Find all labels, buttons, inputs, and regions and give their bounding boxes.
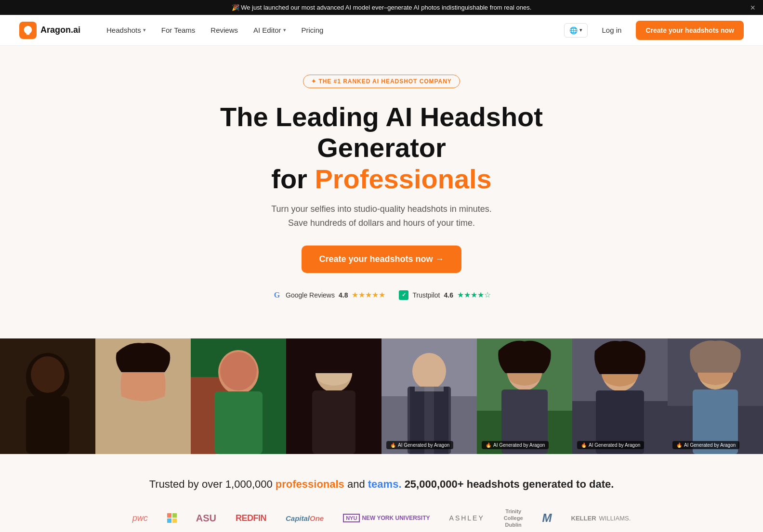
flame-icon-1: 🔥: [390, 442, 396, 448]
logo-microsoft: [167, 513, 177, 523]
photo-before-2: [95, 338, 191, 454]
google-rating: 4.8: [339, 291, 348, 299]
globe-icon: 🌐: [569, 26, 578, 34]
logo-text: Aragon.ai: [40, 25, 80, 35]
announcement-text: 🎉 We just launched our most advanced AI …: [232, 4, 532, 11]
reviews-row: G Google Reviews 4.8 ★★★★★ ✓ Trustpilot …: [10, 290, 753, 300]
person-silhouette-4: [286, 338, 382, 454]
microsoft-icon: [167, 513, 177, 523]
navigation: Aragon.ai Headshots ▾ For Teams Reviews …: [0, 15, 763, 46]
nav-reviews[interactable]: Reviews: [204, 22, 245, 38]
logo-svg: [23, 25, 33, 36]
svg-point-3: [31, 356, 65, 393]
ai-badge-2: 🔥 AI Generated by Aragon: [482, 441, 549, 449]
photo-ai-4: 🔥 AI Generated by Aragon: [668, 338, 763, 454]
photo-ai-1: 🔥 AI Generated by Aragon: [382, 338, 477, 454]
logo[interactable]: Aragon.ai: [19, 22, 80, 39]
logo-pwc: pwc: [132, 513, 148, 523]
logo-redfin: REDFIN: [236, 513, 266, 523]
trust-section: Trusted by over 1,000,000 professionals …: [0, 454, 763, 532]
photo-ai-2: 🔥 AI Generated by Aragon: [477, 338, 572, 454]
nav-ai-editor[interactable]: AI Editor ▾: [247, 22, 293, 38]
logo-ashley: ASHLEY: [449, 514, 485, 522]
flame-icon-2: 🔥: [486, 442, 491, 448]
login-button[interactable]: Log in: [595, 22, 629, 38]
trustpilot-reviews: ✓ Trustpilot 4.6 ★★★★☆: [399, 290, 491, 300]
svg-rect-20: [415, 387, 444, 391]
person-ai-1: [382, 338, 477, 454]
google-reviews: G Google Reviews 4.8 ★★★★★: [272, 290, 385, 300]
close-announcement-button[interactable]: ×: [750, 2, 755, 13]
trustpilot-stars: ★★★★☆: [457, 290, 491, 299]
logo-keller-williams: KELLERWILLIAMS.: [571, 515, 631, 522]
trust-text: Trusted by over 1,000,000 professionals …: [19, 478, 744, 491]
svg-rect-13: [312, 390, 355, 454]
nav-headshots[interactable]: Headshots ▾: [100, 22, 153, 38]
nav-right: 🌐 ▾ Log in Create your headshots now: [564, 21, 744, 40]
google-reviews-label: Google Reviews: [286, 291, 335, 299]
trustpilot-label: Trustpilot: [412, 291, 440, 299]
photo-before-1: [0, 338, 95, 454]
flame-icon-4: 🔥: [676, 442, 682, 448]
nav-links: Headshots ▾ For Teams Reviews AI Editor …: [100, 22, 564, 38]
google-stars: ★★★★★: [352, 290, 385, 299]
language-selector[interactable]: 🌐 ▾: [564, 23, 588, 38]
nav-cta-button[interactable]: Create your headshots now: [636, 21, 744, 40]
nav-for-teams[interactable]: For Teams: [155, 22, 202, 38]
svg-rect-10: [214, 391, 263, 454]
ai-badge-4: 🔥 AI Generated by Aragon: [672, 441, 739, 449]
logo-michigan: M: [542, 511, 552, 525]
chevron-globe-icon: ▾: [579, 27, 582, 33]
hero-heading: The Leading AI Headshot Generator for Pr…: [213, 102, 550, 195]
trust-logos: pwc ASU REDFIN CapitalOne NYU NEW YORK U…: [19, 508, 744, 529]
logo-icon: [19, 22, 37, 39]
photo-ai-3: 🔥 AI Generated by Aragon: [572, 338, 668, 454]
photo-strip: 🔥 AI Generated by Aragon 🔥 AI Generated …: [0, 338, 763, 454]
announcement-bar: 🎉 We just launched our most advanced AI …: [0, 0, 763, 15]
nav-pricing[interactable]: Pricing: [295, 22, 330, 38]
photo-before-4: [286, 338, 382, 454]
flame-icon-3: 🔥: [581, 442, 587, 448]
ai-badge-3: 🔥 AI Generated by Aragon: [577, 441, 644, 449]
ai-badge-1: 🔥 AI Generated by Aragon: [386, 441, 453, 449]
person-silhouette-1: [0, 338, 95, 454]
svg-point-9: [220, 352, 257, 390]
photo-before-3: [191, 338, 286, 454]
google-icon: G: [272, 290, 282, 300]
person-silhouette-2: [95, 338, 191, 454]
chevron-down-icon: ▾: [143, 27, 146, 33]
svg-rect-2: [26, 396, 69, 454]
svg-point-16: [412, 353, 446, 389]
person-ai-2: [477, 338, 572, 454]
trustpilot-icon: ✓: [399, 290, 408, 300]
logo-trinity: TrinityCollegeDublin: [504, 508, 523, 529]
trustpilot-rating: 4.6: [444, 291, 453, 299]
hero-cta-button[interactable]: Create your headshots now →: [302, 246, 461, 273]
ranking-badge: ✦ THE #1 RANKED AI HEADSHOT COMPANY: [303, 75, 460, 88]
person-ai-4: [668, 338, 763, 454]
logo-capital-one: CapitalOne: [286, 514, 324, 522]
logo-nyu: NYU NEW YORK UNIVERSITY: [343, 514, 430, 522]
person-ai-3: [572, 338, 668, 454]
hero-section: ✦ THE #1 RANKED AI HEADSHOT COMPANY The …: [0, 46, 763, 319]
logo-asu: ASU: [196, 513, 216, 524]
hero-subtext: Turn your selfies into studio-quality he…: [261, 202, 502, 230]
person-silhouette-3: [191, 338, 286, 454]
chevron-down-icon-2: ▾: [283, 27, 286, 33]
